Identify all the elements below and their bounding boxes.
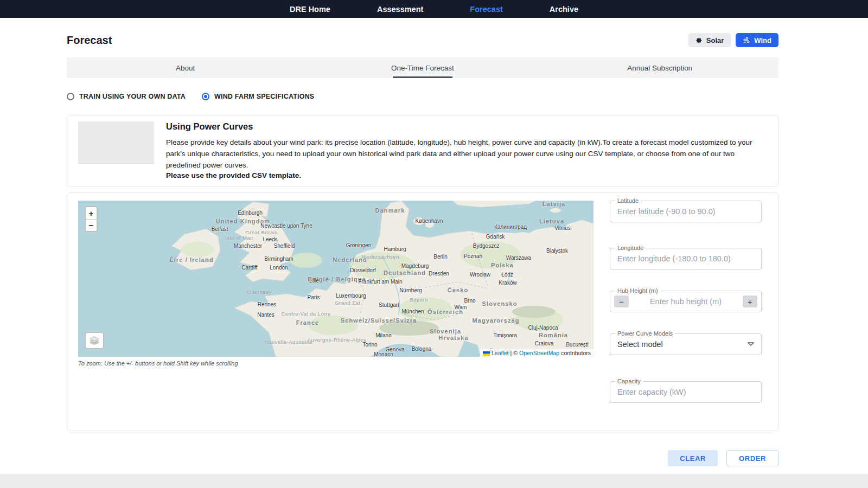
map-attribution: Leaflet | © OpenStreetMap contributors [480,349,593,357]
leaflet-link[interactable]: Leaflet [492,350,509,356]
power-curve-select[interactable]: Power Curve Models Select model [610,333,762,355]
tab-annual-subscription[interactable]: Annual Subscription [541,57,778,78]
tab-bar: AboutOne-Time ForecastAnnual Subscriptio… [67,57,778,78]
location-map[interactable]: LatvijaDanmarkEdinburghKøbenhavnLietuvaU… [78,201,593,357]
hub-height-input[interactable] [629,297,743,306]
map-label-cluj-napoca: Cluj-Napoca [528,325,558,331]
map-label-newcastle-upon-tyne: Newcastle upon Tyne [260,223,312,229]
map-layers-button[interactable] [85,332,104,349]
wind-button-label: Wind [754,36,771,44]
map-label-groningen: Groningen [346,242,372,248]
map-label-d-sseldorf: Düsseldorf [350,267,376,273]
map-label-isle-of-man: Isle of Man [225,235,253,241]
nav-item-dre-home[interactable]: DRE Home [290,5,330,14]
map-label-bia-ystok: Białystok [546,248,568,254]
longitude-field: Longitude [610,248,762,269]
map-label-krak-w: Kraków [499,280,516,286]
map-label-deutschland: Deutschland [384,269,426,276]
longitude-input[interactable] [617,254,754,263]
map-label-nantes: Nantes [257,312,275,318]
map-label-great-britain: Great Britain [245,229,278,235]
top-navbar: DRE HomeAssessmentForecastArchive [0,0,868,18]
form-actions: CLEAR ORDER [67,450,778,466]
map-label-sterreich: Österreich [427,309,463,315]
radio-label: WIND FARM SPECIFICATIONS [214,93,314,100]
hub-height-decrement-button[interactable]: − [614,296,629,307]
page-footer-strip [0,474,868,488]
nav-item-archive[interactable]: Archive [550,5,578,14]
map-label-latvija: Latvija [542,201,566,207]
map-label-united-kingdom: United Kingdom [216,218,270,224]
map-column: LatvijaDanmarkEdinburghKøbenhavnLietuvaU… [78,201,593,431]
map-label-milano: Milano [375,332,391,338]
forecast-specification-card: LatvijaDanmarkEdinburghKøbenhavnLietuvaU… [67,192,778,431]
map-label-frankfurt-am-main: Frankfurt am Main [358,279,402,285]
map-label-lietuva: Lietuva [539,218,564,224]
map-label-bologna: Bologna [412,346,432,352]
attribution-separator: | [510,350,512,356]
map-label-cardiff: Cardiff [241,265,257,271]
data-source-radio-group: TRAIN USING YOUR OWN DATAWIND FARM SPECI… [67,93,778,100]
map-label-danmark: Danmark [375,207,405,214]
clear-button[interactable]: CLEAR [668,450,718,466]
map-zoom-control: + − [85,206,98,232]
wind-button[interactable]: Wind [736,33,778,47]
map-label-pozna: Poznań [464,253,482,259]
map-label-vilnius: Vilnius [554,225,570,231]
contributors-text: contributors [561,350,591,356]
radio-train-using-your-own-data[interactable]: TRAIN USING YOUR OWN DATA [67,93,186,100]
zoom-in-button[interactable]: + [86,207,97,219]
radio-circle [202,93,209,100]
hub-height-field: Hub Height (m) − + [610,291,762,312]
osm-link[interactable]: OpenStreetMap [519,350,559,356]
map-label-slovenija: Slovenija [430,328,461,335]
map-label-gda-sk: Gdańsk [486,234,505,240]
map-label-belgi-belgique: België / Belgique [308,276,366,282]
map-label-warszawa: Warszawa [506,255,531,261]
capacity-label: Capacity [615,378,643,384]
map-label-edinburgh: Edinburgh [238,210,263,216]
nav-item-assessment[interactable]: Assessment [377,5,423,14]
tab-one-time-forecast[interactable]: One-Time Forecast [304,57,541,78]
map-label-nouvelle-aquitaine: Nouvelle-Aquitaine [265,339,313,345]
copyright-symbol: © [513,350,518,356]
hub-height-increment-button[interactable]: + [743,296,757,307]
longitude-label: Longitude [615,245,646,251]
capacity-input[interactable] [617,388,754,396]
latitude-label: Latitude [615,197,641,204]
map-label-wien: Wien [455,304,467,310]
map-label-k-benhavn: København [415,218,443,224]
map-label-grand-est: Grand Est [335,300,360,306]
map-label-niedersachsen: Niedersachsen [361,254,399,260]
map-label-bydgoszcz: Bydgoszcz [473,243,499,249]
map-label-stuttgart: Stuttgart [379,302,399,308]
nav-item-forecast[interactable]: Forecast [470,5,502,14]
hub-height-label: Hub Height (m) [615,287,660,294]
map-label-genova: Genova [385,346,404,352]
map-label-guernsey: Guernsey [247,289,271,295]
map-label-n-rnberg: Nürnberg [399,287,422,293]
solar-button[interactable]: Solar [688,33,731,47]
ukraine-flag-icon [483,351,490,356]
map-label-monaco: Monaco [374,351,393,357]
tab-about[interactable]: About [67,57,304,78]
power-curve-thumbnail [78,121,154,164]
map-label-belfast: Belfast [212,226,228,232]
map-label-ire-ireland: Éire / Ireland [169,256,213,263]
radio-wind-farm-specifications[interactable]: WIND FARM SPECIFICATIONS [202,93,314,100]
map-label-schweiz-suisse-svizra: Schweiz/Suisse/Svizra [341,317,417,324]
map-label-hamburg: Hamburg [384,246,406,252]
map-label-centre-val-de-loire: Centre-Val de Loire [281,311,330,317]
map-label-slovensko: Slovensko [482,300,518,307]
latitude-input[interactable] [617,207,754,216]
solar-button-label: Solar [706,36,724,44]
map-label-birmingham: Birmingham [264,256,293,262]
zoom-out-button[interactable]: − [86,219,97,231]
map-label-wroc-aw: Wrocław [470,272,490,278]
map-label-d: Łódź [501,272,513,278]
map-labels-layer: LatvijaDanmarkEdinburghKøbenhavnLietuvaU… [78,201,593,357]
latitude-field: Latitude [610,201,762,222]
order-button[interactable]: ORDER [726,450,778,466]
map-label-france: France [296,319,320,326]
map-zoom-hint: To zoom: Use the +/- buttons or hold Shi… [78,360,593,367]
